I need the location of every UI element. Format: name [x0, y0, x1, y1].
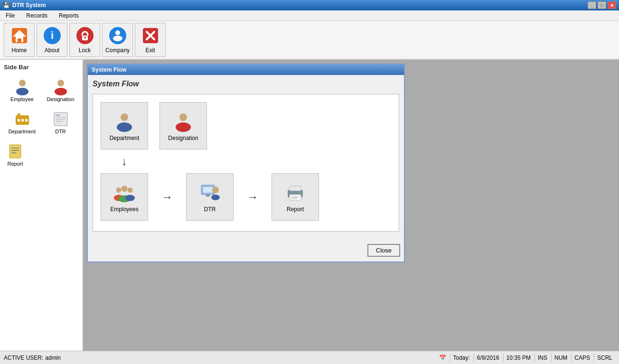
sidebar-title: Side Bar [4, 64, 79, 71]
flow-node-designation[interactable]: Designation [159, 102, 207, 149]
flow-department-icon [113, 110, 136, 133]
svg-point-9 [115, 30, 120, 35]
sidebar-item-designation[interactable]: Designation [42, 75, 79, 105]
dialog-title: System Flow [92, 66, 126, 73]
sidebar-dtr-label: DTR [55, 129, 66, 134]
home-button[interactable]: Home [4, 23, 35, 57]
menu-file[interactable]: File [2, 11, 19, 20]
active-user-label: ACTIVE USER: [4, 355, 43, 361]
status-username: admin [45, 355, 61, 361]
menu-reports[interactable]: Reports [55, 11, 83, 20]
app-icon: 💾 [3, 2, 10, 9]
close-dialog-button[interactable]: Close [367, 244, 400, 257]
flow-arrow-down: ↓ [101, 149, 148, 173]
menu-records[interactable]: Records [22, 11, 51, 20]
lock-label: Lock [79, 47, 91, 54]
status-time: 10:35 PM [503, 354, 534, 362]
svg-rect-51 [291, 198, 297, 199]
svg-point-10 [113, 36, 122, 41]
svg-rect-44 [206, 195, 210, 196]
company-label: Company [105, 47, 130, 54]
flow-dtr-icon [198, 181, 221, 204]
status-date: 6/9/2016 [474, 354, 502, 362]
flow-node-employees[interactable]: Employees [101, 173, 148, 221]
flow-node-dtr[interactable]: DTR [186, 173, 234, 221]
sidebar-item-employee[interactable]: Employee [4, 75, 40, 105]
report-icon [6, 142, 25, 161]
exit-button[interactable]: Exit [135, 23, 166, 57]
dialog-inner-title: System Flow [93, 80, 399, 88]
status-user-area: ACTIVE USER: admin [4, 355, 436, 361]
title-bar-left: 💾 DTR System [3, 2, 46, 9]
sidebar-employee-label: Employee [10, 96, 34, 102]
svg-rect-19 [18, 113, 20, 116]
flow-arrow-h1: → [148, 192, 186, 202]
home-icon [10, 26, 29, 45]
status-caps: CAPS [571, 354, 593, 362]
system-flow-dialog: System Flow System Flow [87, 64, 405, 262]
status-calendar-icon: 📅 [436, 354, 449, 362]
status-ins: INS [535, 354, 550, 362]
svg-point-38 [127, 187, 132, 193]
svg-point-45 [212, 187, 219, 193]
svg-point-14 [19, 80, 26, 86]
lock-button[interactable]: Lock [69, 23, 100, 57]
svg-rect-26 [56, 119, 66, 120]
status-scrl: SCRL [594, 354, 615, 362]
sidebar-items: Employee Designation [4, 75, 79, 169]
maximize-button[interactable]: □ [598, 1, 606, 9]
svg-rect-50 [291, 196, 299, 197]
svg-point-16 [57, 80, 64, 86]
svg-point-7 [84, 37, 86, 38]
svg-rect-2 [18, 38, 21, 42]
flow-dtr-label: DTR [204, 206, 216, 213]
svg-point-32 [121, 113, 128, 121]
svg-point-46 [211, 195, 220, 200]
home-label: Home [11, 47, 27, 54]
dialog-footer: Close [88, 242, 404, 261]
svg-rect-20 [18, 119, 20, 121]
svg-point-15 [16, 88, 28, 95]
svg-rect-29 [11, 148, 19, 149]
dtr-icon [51, 110, 70, 129]
svg-point-37 [116, 187, 121, 193]
flow-node-report[interactable]: Report [272, 173, 319, 221]
flow-employees-label: Employees [110, 206, 138, 213]
window-close-button[interactable]: ✕ [608, 1, 616, 9]
svg-rect-24 [56, 114, 60, 116]
flow-department-label: Department [110, 135, 140, 141]
svg-rect-30 [11, 150, 19, 151]
status-today-label: Today: [450, 354, 473, 362]
title-bar: 💾 DTR System _ □ ✕ [0, 0, 619, 10]
flow-report-icon [284, 181, 307, 204]
about-button[interactable]: i About [37, 23, 67, 57]
svg-point-41 [125, 195, 135, 201]
department-icon [13, 110, 32, 129]
sidebar-item-report[interactable]: Report [4, 139, 27, 169]
status-num: NUM [551, 354, 570, 362]
flow-employees-icon [113, 181, 136, 204]
about-icon: i [43, 26, 62, 45]
dialog-title-bar: System Flow [88, 65, 404, 75]
sidebar-item-department[interactable]: Department [4, 107, 40, 137]
status-bar: ACTIVE USER: admin 📅 Today: 6/9/2016 10:… [0, 351, 619, 364]
designation-icon [51, 77, 70, 96]
exit-label: Exit [145, 47, 155, 54]
minimize-button[interactable]: _ [588, 1, 596, 9]
svg-point-36 [122, 186, 128, 192]
sidebar-item-dtr[interactable]: DTR [42, 107, 79, 137]
svg-rect-43 [203, 187, 213, 193]
flow-node-department[interactable]: Department [101, 102, 148, 149]
title-bar-controls: _ □ ✕ [588, 1, 616, 9]
company-button[interactable]: Company [102, 23, 133, 57]
sidebar: Side Bar Employee [0, 60, 83, 351]
svg-rect-27 [56, 121, 63, 122]
svg-rect-22 [25, 119, 28, 121]
flow-bottom-row: Employees → [101, 173, 391, 221]
sidebar-report-label: Report [7, 161, 23, 167]
svg-rect-31 [11, 152, 16, 153]
svg-point-34 [179, 113, 187, 121]
flow-report-label: Report [287, 206, 304, 213]
svg-point-33 [117, 122, 132, 132]
flow-area: Department Designation [93, 94, 399, 232]
